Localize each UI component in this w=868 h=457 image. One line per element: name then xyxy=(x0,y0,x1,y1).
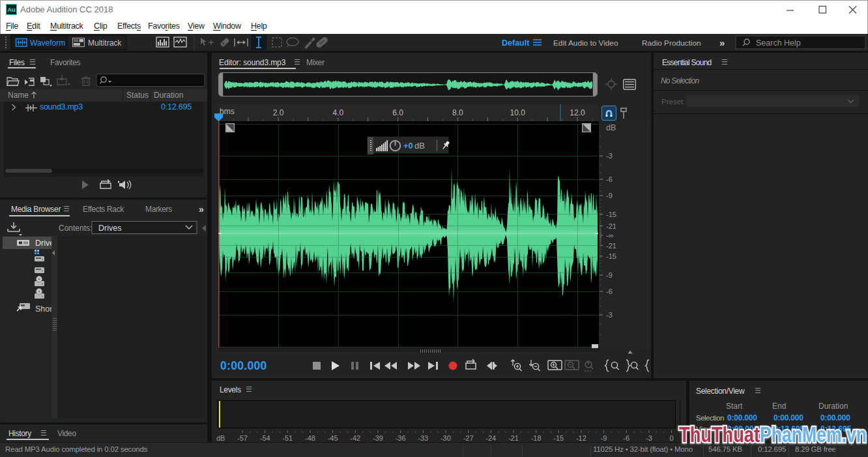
svg-text:-3: -3 xyxy=(646,434,652,442)
svg-text:-3: -3 xyxy=(606,311,613,319)
svg-text:-9: -9 xyxy=(601,434,607,442)
svg-text:-36: -36 xyxy=(396,434,406,442)
svg-text:-∞: -∞ xyxy=(606,231,614,239)
svg-text:»: » xyxy=(719,37,725,48)
svg-text:-33: -33 xyxy=(418,434,428,442)
svg-text:-21: -21 xyxy=(508,434,519,442)
svg-text:2.0: 2.0 xyxy=(273,108,284,117)
svg-text:-9: -9 xyxy=(606,192,613,199)
svg-text:Waveform: Waveform xyxy=(30,38,65,48)
svg-text:-6: -6 xyxy=(606,175,613,183)
svg-text:Default: Default xyxy=(502,38,530,48)
svg-text:-51: -51 xyxy=(282,434,293,442)
svg-text:-12: -12 xyxy=(576,434,586,442)
svg-text:-27: -27 xyxy=(463,434,474,442)
svg-text:-15: -15 xyxy=(606,211,616,218)
svg-text:-6: -6 xyxy=(623,434,629,442)
svg-text:-18: -18 xyxy=(531,434,542,442)
svg-text:-15: -15 xyxy=(553,434,564,442)
svg-text:Search Help: Search Help xyxy=(756,38,801,48)
svg-text:-24: -24 xyxy=(485,434,496,442)
svg-text:-45: -45 xyxy=(328,434,338,442)
svg-text:-9: -9 xyxy=(606,271,613,279)
svg-text:-30: -30 xyxy=(441,434,451,442)
svg-text:ThuThuatPhanMem.vn: ThuThuatPhanMem.vn xyxy=(679,422,867,447)
svg-text:0: 0 xyxy=(669,434,673,442)
svg-text:-15: -15 xyxy=(606,252,616,260)
svg-text:12.0: 12.0 xyxy=(570,108,585,117)
svg-text:-54: -54 xyxy=(260,434,270,442)
svg-text:4.0: 4.0 xyxy=(332,108,343,117)
svg-text:6.0: 6.0 xyxy=(392,108,403,117)
svg-text:-21: -21 xyxy=(606,222,616,230)
svg-text:-6: -6 xyxy=(606,287,613,295)
svg-text:Edit Audio to Video: Edit Audio to Video xyxy=(553,38,618,48)
svg-text:-42: -42 xyxy=(350,434,360,442)
svg-text:dB: dB xyxy=(606,123,616,132)
svg-text:8.0: 8.0 xyxy=(452,108,463,117)
svg-text:Drives: Drives xyxy=(98,224,121,233)
svg-text:Radio Production: Radio Production xyxy=(642,38,701,48)
svg-text:Multitrack: Multitrack xyxy=(88,38,122,48)
svg-text:-39: -39 xyxy=(373,434,383,442)
svg-text:dB: dB xyxy=(216,434,225,442)
svg-text:-48: -48 xyxy=(305,434,315,442)
svg-text:-21: -21 xyxy=(606,242,616,250)
svg-text:-57: -57 xyxy=(237,434,248,442)
svg-text:10.0: 10.0 xyxy=(510,108,526,117)
svg-text:-3: -3 xyxy=(606,152,613,160)
svg-text:Drive: Drive xyxy=(35,239,54,248)
svg-text:Contents:: Contents: xyxy=(59,224,92,233)
